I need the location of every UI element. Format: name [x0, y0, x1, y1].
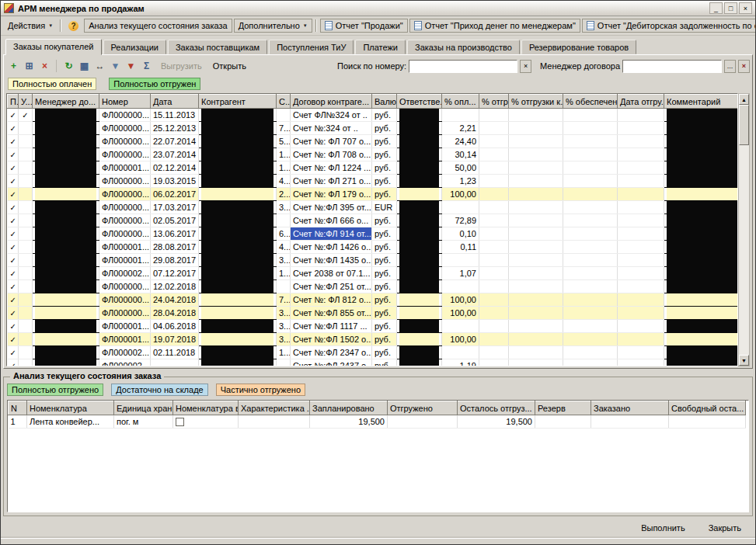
cell-number[interactable]: ФЛ000000...	[99, 293, 151, 307]
tab-goods-receipts[interactable]: Поступления ТиУ	[269, 40, 354, 54]
cell-ship_k[interactable]	[509, 148, 563, 161]
cell-comment[interactable]	[664, 241, 739, 254]
cell-secured[interactable]	[563, 346, 618, 359]
cell-cur[interactable]: руб.	[372, 214, 397, 227]
cell-manager[interactable]	[33, 254, 99, 267]
cell-s[interactable]: 3...	[277, 333, 291, 346]
cell-cur[interactable]: руб.	[372, 122, 397, 135]
cell-shipped[interactable]	[479, 333, 509, 346]
cell-cur[interactable]: руб.	[372, 359, 397, 367]
cell-cur[interactable]: руб.	[372, 241, 397, 254]
cell-paid[interactable]: 100,00	[442, 333, 479, 346]
cell-ship_k[interactable]	[509, 161, 563, 175]
cell-number[interactable]: ФЛ000000...	[99, 307, 151, 320]
cell-comment[interactable]	[664, 307, 739, 320]
cell-contract[interactable]: Счет №:ФЛ 1426 о...	[291, 241, 372, 254]
analysis-column-header-unit[interactable]: Единица хранени...	[114, 401, 173, 415]
cell-p[interactable]: ✓	[8, 254, 19, 267]
cell-p[interactable]: ✓	[8, 280, 19, 293]
cell-counterparty[interactable]	[199, 188, 277, 201]
cell-s[interactable]: 2...	[277, 188, 291, 201]
cell-responsible[interactable]	[397, 188, 442, 201]
cell-counterparty[interactable]	[199, 109, 277, 122]
cell-number[interactable]: ФЛ000001...	[99, 161, 151, 175]
column-header-u[interactable]: У...	[19, 95, 33, 109]
cell-paid[interactable]: 100,00	[442, 293, 479, 307]
cell-secured[interactable]	[563, 135, 618, 148]
cell-shipped[interactable]	[479, 201, 509, 214]
cell-cur[interactable]: руб.	[372, 175, 397, 188]
cell-u[interactable]	[19, 227, 33, 241]
order-row[interactable]: ✓ФЛ000000...22.07.20145...Счет №: ФЛ 707…	[8, 135, 739, 148]
cell-shipped[interactable]	[479, 346, 509, 359]
cell-u[interactable]	[19, 214, 33, 227]
menu-item-report-cash-by-managers[interactable]: Отчет "Приход денег по менеджерам"	[409, 19, 580, 33]
cell-shipped[interactable]	[479, 148, 509, 161]
cell-responsible[interactable]	[397, 320, 442, 333]
cell-ship_k[interactable]	[509, 254, 563, 267]
cell-responsible[interactable]	[397, 148, 442, 161]
column-header-number[interactable]: Номер	[99, 95, 151, 109]
refresh-icon[interactable]: ↻	[61, 59, 76, 74]
cell-responsible[interactable]	[397, 293, 442, 307]
cell-responsible[interactable]	[397, 333, 442, 346]
cell-p[interactable]: ✓	[8, 359, 19, 367]
cell-u[interactable]	[19, 333, 33, 346]
cell-shipped[interactable]	[479, 227, 509, 241]
cell-paid[interactable]: 100,00	[442, 307, 479, 320]
cell-cur[interactable]: руб.	[372, 307, 397, 320]
filter-settings-icon[interactable]: ▼	[108, 59, 123, 74]
cell-responsible[interactable]	[397, 214, 442, 227]
cell-secured[interactable]	[563, 241, 618, 254]
cell-counterparty[interactable]	[199, 333, 277, 346]
cell-ship_k[interactable]	[509, 293, 563, 307]
cell-paid[interactable]: 72,89	[442, 214, 479, 227]
cell-p[interactable]: ✓	[8, 267, 19, 280]
cell-secured[interactable]	[563, 227, 618, 241]
cell-p[interactable]: ✓	[8, 241, 19, 254]
cell-comment[interactable]	[664, 333, 739, 346]
cell-number[interactable]: ФЛ000000...	[99, 214, 151, 227]
cell-counterparty[interactable]	[199, 346, 277, 359]
cell-ship_date[interactable]	[618, 148, 664, 161]
manager-input[interactable]	[622, 60, 722, 73]
cell-p[interactable]: ✓	[8, 175, 19, 188]
cell-ship_date[interactable]	[618, 241, 664, 254]
vertical-scrollbar[interactable]: ▲ ▼	[738, 93, 750, 366]
cell-paid[interactable]: 30,14	[442, 148, 479, 161]
cell-u[interactable]	[19, 320, 33, 333]
cell-contract[interactable]: Счет №:ФЛ 914 от...	[291, 227, 372, 241]
fit-columns-icon[interactable]: ↔	[92, 59, 107, 74]
cell-ship_date[interactable]	[618, 280, 664, 293]
cell-responsible[interactable]	[397, 241, 442, 254]
cell-shipped[interactable]	[479, 307, 509, 320]
cell-date[interactable]: 13.06.2017	[151, 227, 199, 241]
cell-p[interactable]: ✓	[8, 201, 19, 214]
cell-date[interactable]: 15.11.2013	[151, 109, 199, 122]
cell-contract[interactable]: Счет 2038 от 07.1...	[291, 267, 372, 280]
cell-counterparty[interactable]	[199, 135, 277, 148]
clear-filter-icon[interactable]: ▼	[124, 59, 138, 74]
cell-date[interactable]: 25.12.2013	[151, 122, 199, 135]
cell-comment[interactable]	[664, 109, 739, 122]
cell-cur[interactable]: руб.	[372, 135, 397, 148]
cell-u[interactable]	[19, 346, 33, 359]
cell-secured[interactable]	[563, 280, 618, 293]
cell-s[interactable]: 1...	[277, 148, 291, 161]
analysis-column-header-nomen_view[interactable]: Номенклатура в...	[173, 401, 239, 415]
cell-secured[interactable]	[563, 109, 618, 122]
cell-ship_date[interactable]	[618, 333, 664, 346]
cell-date[interactable]: 17.03.2017	[151, 201, 199, 214]
cell-manager[interactable]	[33, 175, 99, 188]
cell-manager[interactable]	[33, 346, 99, 359]
cell-ship_k[interactable]	[509, 188, 563, 201]
analysis-column-header-remaining[interactable]: Осталось отгруз...	[458, 401, 535, 415]
cell-s[interactable]	[277, 359, 291, 367]
cell-manager[interactable]	[33, 161, 99, 175]
cell-ship_k[interactable]	[509, 280, 563, 293]
column-header-date[interactable]: Дата	[151, 95, 199, 109]
cell-number[interactable]: ФЛ000000...	[99, 201, 151, 214]
column-header-shipped[interactable]: % отгр...	[479, 95, 509, 109]
cell-date[interactable]: 12.02.2018	[151, 280, 199, 293]
cell-ship_k[interactable]	[509, 359, 563, 367]
